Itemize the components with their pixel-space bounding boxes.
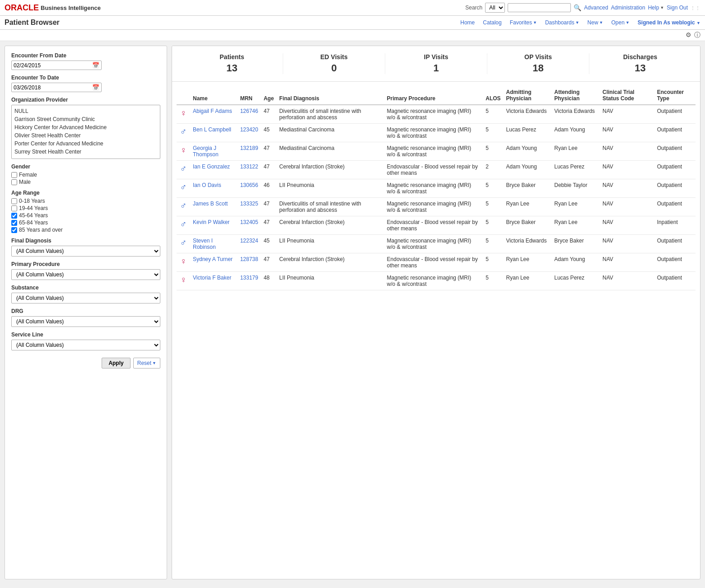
patient-name-link[interactable]: Kevin P Walker	[193, 219, 229, 225]
org-list-item[interactable]: Garrison Street Community Clinic	[14, 115, 158, 123]
signout-link[interactable]: Sign Out	[667, 5, 688, 11]
age-cell: 48	[261, 272, 277, 290]
col-primary-procedure[interactable]: Primary Procedure	[384, 86, 483, 105]
apply-button[interactable]: Apply	[102, 358, 130, 369]
help-link[interactable]: Help	[648, 5, 659, 11]
reset-button[interactable]: Reset	[133, 358, 160, 369]
gender-checkbox[interactable]	[11, 179, 17, 185]
help-circle-icon[interactable]: ⓘ	[694, 31, 700, 39]
patient-name-cell[interactable]: Georgia J Thompson	[190, 142, 238, 161]
org-list-item[interactable]: Porter Center for Advanced Medicine	[14, 140, 158, 148]
org-list-item[interactable]: NULL	[14, 107, 158, 115]
org-list-item[interactable]: Hickory Center for Advanced Medicine	[14, 123, 158, 131]
administration-link[interactable]: Administration	[611, 5, 645, 11]
mrn-cell[interactable]: 132189	[238, 142, 261, 161]
age-range-checkbox[interactable]	[11, 220, 17, 226]
age-range-checkbox[interactable]	[11, 227, 17, 233]
open-dropdown[interactable]: Open	[609, 19, 632, 27]
patient-name-link[interactable]: James B Scott	[193, 201, 228, 207]
drg-select[interactable]: (All Column Values)	[11, 316, 160, 327]
final-diagnosis-select[interactable]: (All Column Values)	[11, 246, 160, 257]
search-input[interactable]	[508, 3, 571, 12]
home-link[interactable]: Home	[458, 19, 477, 27]
col-final-diagnosis[interactable]: Final Diagnosis	[276, 86, 384, 105]
apps-icon[interactable]: ⋮⋮	[691, 5, 700, 10]
patient-name-cell[interactable]: Victoria F Baker	[190, 272, 238, 290]
patient-name-link[interactable]: Abigail F Adams	[193, 108, 232, 114]
patient-name-cell[interactable]: Abigail F Adams	[190, 105, 238, 124]
age-range-checkbox[interactable]	[11, 205, 17, 211]
substance-select[interactable]: (All Column Values)	[11, 293, 160, 303]
col-alos[interactable]: ALOS	[483, 86, 503, 105]
age-range-checkbox[interactable]	[11, 213, 17, 219]
primary-procedure-select[interactable]: (All Column Values)	[11, 269, 160, 280]
mrn-link[interactable]: 128738	[240, 256, 258, 262]
mrn-cell[interactable]: 130656	[238, 179, 261, 198]
search-scope-select[interactable]: All	[485, 3, 505, 13]
mrn-cell[interactable]: 133122	[238, 161, 261, 179]
col-age[interactable]: Age	[261, 86, 277, 105]
gender-icon-cell: ♀	[177, 253, 190, 272]
org-list-item[interactable]: Olivier Street Health Center	[14, 131, 158, 140]
age-range-checkbox[interactable]	[11, 198, 17, 204]
mrn-cell[interactable]: 133325	[238, 198, 261, 216]
gear-icon[interactable]: ⚙	[686, 31, 691, 39]
col-admitting-physician[interactable]: Admitting Physician	[504, 86, 552, 105]
clinical-trial-cell: NAV	[600, 124, 654, 142]
encounter-to-date-input[interactable]	[14, 84, 92, 91]
org-provider-list[interactable]: NULLGarrison Street Community ClinicHick…	[11, 105, 160, 159]
advanced-link[interactable]: Advanced	[584, 5, 608, 11]
patient-name-link[interactable]: Victoria F Baker	[193, 275, 231, 281]
mrn-link[interactable]: 130656	[240, 182, 258, 188]
col-encounter-type[interactable]: Encounter Type	[654, 86, 696, 105]
mrn-link[interactable]: 133122	[240, 163, 258, 170]
favorites-dropdown[interactable]: Favorites	[507, 19, 540, 27]
dashboards-dropdown[interactable]: Dashboards	[542, 19, 582, 27]
gender-checkbox[interactable]	[11, 172, 17, 178]
main-layout: Encounter From Date 📅 Encounter To Date …	[0, 41, 705, 584]
admitting-physician-cell: Ryan Lee	[504, 198, 552, 216]
calendar-icon[interactable]: 📅	[92, 62, 99, 69]
substance-label: Substance	[11, 285, 160, 291]
patient-name-cell[interactable]: Kevin P Walker	[190, 216, 238, 235]
mrn-cell[interactable]: 126746	[238, 105, 261, 124]
mrn-link[interactable]: 132405	[240, 219, 258, 225]
patient-name-cell[interactable]: Ian O Davis	[190, 179, 238, 198]
patient-name-cell[interactable]: James B Scott	[190, 198, 238, 216]
patient-name-cell[interactable]: Sydney A Turner	[190, 253, 238, 272]
col-icon	[177, 86, 190, 105]
patient-name-cell[interactable]: Ben L Campbell	[190, 124, 238, 142]
encounter-from-label: Encounter From Date	[11, 52, 160, 59]
col-mrn[interactable]: MRN	[238, 86, 261, 105]
mrn-cell[interactable]: 128738	[238, 253, 261, 272]
catalog-link[interactable]: Catalog	[480, 19, 504, 27]
mrn-link[interactable]: 126746	[240, 108, 258, 114]
col-name[interactable]: Name	[190, 86, 238, 105]
col-attending-physician[interactable]: Attending Physician	[551, 86, 600, 105]
org-list-item[interactable]: Surrey Street Health Center	[14, 148, 158, 156]
mrn-cell[interactable]: 133179	[238, 272, 261, 290]
patient-name-link[interactable]: Ian E Gonzalez	[193, 163, 230, 170]
final-diagnosis-cell: Cerebral Infarction (Stroke)	[276, 161, 384, 179]
col-clinical-trial[interactable]: Clinical Trial Status Code	[600, 86, 654, 105]
mrn-link[interactable]: 122324	[240, 238, 258, 244]
mrn-link[interactable]: 133179	[240, 275, 258, 281]
mrn-cell[interactable]: 123420	[238, 124, 261, 142]
new-dropdown[interactable]: New	[585, 19, 606, 27]
search-button[interactable]: 🔍	[574, 4, 581, 11]
mrn-link[interactable]: 123420	[240, 126, 258, 133]
mrn-cell[interactable]: 132405	[238, 216, 261, 235]
patient-name-cell[interactable]: Steven I Robinson	[190, 235, 238, 253]
mrn-link[interactable]: 133325	[240, 201, 258, 207]
patient-name-link[interactable]: Georgia J Thompson	[193, 145, 219, 158]
patient-name-cell[interactable]: Ian E Gonzalez	[190, 161, 238, 179]
patient-name-link[interactable]: Ben L Campbell	[193, 126, 231, 133]
patient-name-link[interactable]: Steven I Robinson	[193, 238, 216, 250]
patient-name-link[interactable]: Sydney A Turner	[193, 256, 233, 262]
service-line-select[interactable]: (All Column Values)	[11, 340, 160, 350]
mrn-cell[interactable]: 122324	[238, 235, 261, 253]
encounter-from-date-input[interactable]	[14, 62, 92, 69]
patient-name-link[interactable]: Ian O Davis	[193, 182, 221, 188]
calendar-icon-2[interactable]: 📅	[92, 84, 99, 91]
mrn-link[interactable]: 132189	[240, 145, 258, 151]
